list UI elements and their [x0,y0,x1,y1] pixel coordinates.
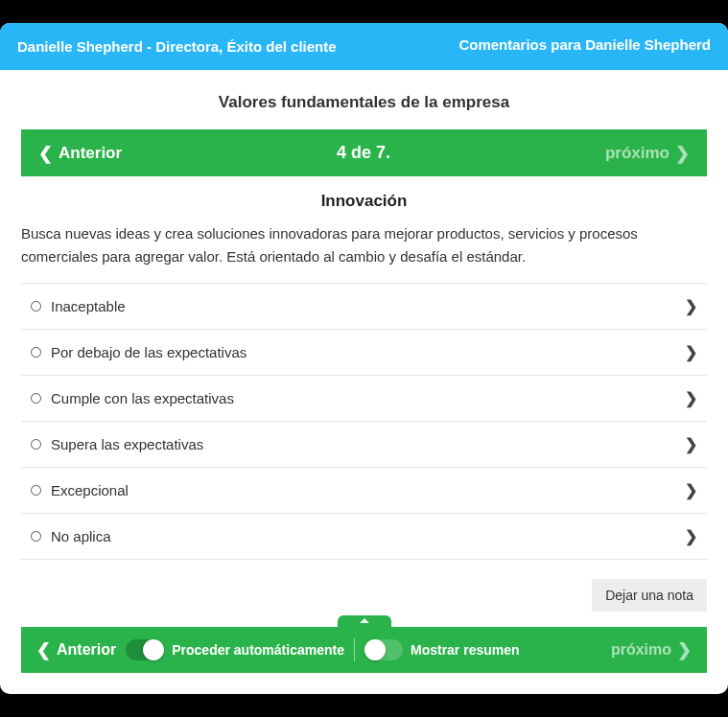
chevron-right-icon: ❯ [685,389,697,407]
chevron-right-icon: ❯ [685,297,697,315]
footer-wrap: ❮ Anterior Proceder automáticamente Most… [21,627,707,673]
radio-icon [31,393,41,404]
footer-next-button-disabled: próximo ❯ [611,641,692,659]
option-label: Por debajo de las expectativas [51,344,247,360]
prev-button[interactable]: ❮ Anterior [38,144,122,163]
radio-icon [31,347,41,358]
footer-prev-label: Anterior [57,641,116,659]
show-summary-label: Mostrar resumen [411,642,520,658]
auto-proceed-toggle[interactable]: Proceder automáticamente [126,639,344,660]
question-nav-bar: ❮ Anterior 4 de 7. próximo ❯ [21,129,707,176]
chevron-right-icon: ❯ [685,527,697,545]
auto-proceed-label: Proceder automáticamente [172,642,344,658]
chevron-right-icon: ❯ [675,145,690,162]
competency-description: Busca nuevas ideas y crea soluciones inn… [21,222,707,267]
header-person: Danielle Shepherd - Directora, Éxito del… [17,36,337,57]
competency-title: Innovación [21,192,707,211]
note-row: Dejar una nota [21,579,707,612]
rating-option[interactable]: No aplica ❯ [21,514,707,560]
chevron-right-icon: ❯ [685,343,697,361]
chevron-right-icon: ❯ [677,641,692,659]
rating-options: Inaceptable ❯ Por debajo de las expectat… [21,283,707,560]
show-summary-toggle[interactable]: Mostrar resumen [364,639,520,660]
chevron-left-icon: ❮ [38,145,53,162]
toggle-switch-on [126,639,164,660]
footer-next-label: próximo [611,641,671,659]
question-position: 4 de 7. [337,143,390,163]
rating-option[interactable]: Excepcional ❯ [21,468,707,514]
leave-note-button[interactable]: Dejar una nota [592,579,707,612]
radio-icon [31,485,41,496]
feedback-card: Danielle Shepherd - Directora, Éxito del… [0,23,728,694]
next-button-disabled: próximo ❯ [605,144,690,163]
section-title: Valores fundamentales de la empresa [21,93,707,112]
rating-option[interactable]: Por debajo de las expectativas ❯ [21,330,707,376]
radio-icon [31,439,41,450]
option-label: No aplica [51,528,111,544]
body: Valores fundamentales de la empresa ❮ An… [0,70,728,694]
toggle-switch-off [364,639,403,660]
rating-option[interactable]: Supera las expectativas ❯ [21,422,707,468]
footer-prev-button[interactable]: ❮ Anterior [36,641,116,659]
next-label: próximo [605,144,669,163]
option-label: Excepcional [51,482,129,498]
option-label: Cumple con las expectativas [51,390,234,406]
expand-tab[interactable] [338,615,391,629]
chevron-left-icon: ❮ [36,641,51,659]
header-context: Comentarios para Danielle Shepherd [458,36,711,53]
option-label: Inaceptable [51,298,126,314]
header-bar: Danielle Shepherd - Directora, Éxito del… [0,23,728,70]
radio-icon [31,531,41,542]
footer-bar: ❮ Anterior Proceder automáticamente Most… [21,627,707,673]
prev-label: Anterior [59,144,122,163]
rating-option[interactable]: Cumple con las expectativas ❯ [21,376,707,422]
rating-option[interactable]: Inaceptable ❯ [21,284,707,330]
chevron-right-icon: ❯ [685,435,697,453]
radio-icon [31,301,41,312]
option-label: Supera las expectativas [51,436,203,452]
chevron-right-icon: ❯ [685,481,697,499]
divider [354,638,355,661]
